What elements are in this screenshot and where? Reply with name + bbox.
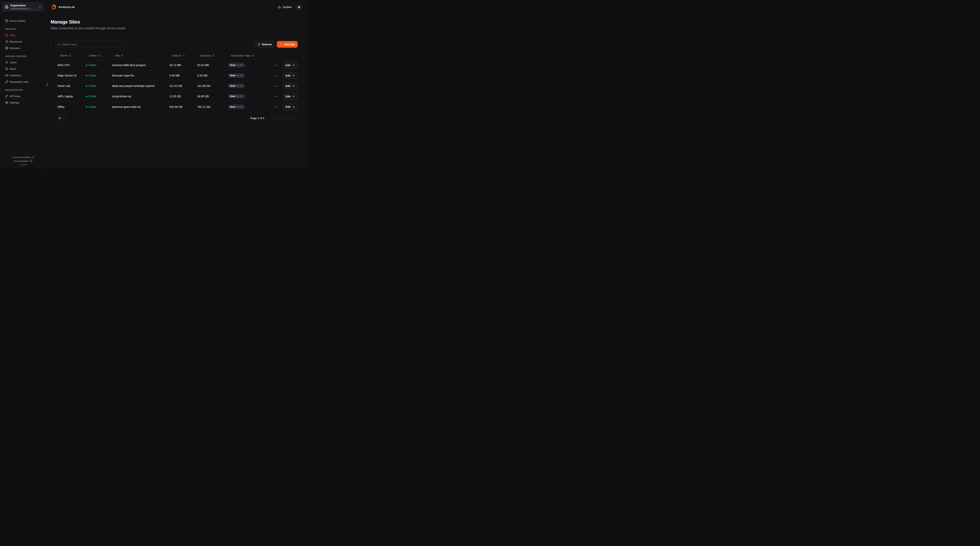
online-status: Online [89, 105, 96, 109]
sidebar-item-sites[interactable]: Sites [3, 32, 43, 38]
org-switcher-title: Organization [10, 4, 37, 7]
connection-type-badge: Newtv1.3.2 [228, 94, 245, 99]
add-site-button[interactable]: Add Site [277, 41, 298, 48]
globe-icon [5, 46, 8, 49]
sidebar-item-users[interactable]: Users [3, 59, 43, 65]
site-name: AWS VPC [56, 64, 84, 67]
pagination-status: Page 1 of 1 [250, 117, 264, 120]
row-menu-button[interactable]: ⋯ [274, 94, 279, 99]
org-switcher[interactable]: Organization milo@fossorial.io's ... [3, 3, 43, 11]
column-header-online[interactable]: Online [84, 54, 110, 57]
connection-type-badge: Newtv1.3.2 [228, 83, 245, 88]
sidebar-footer: Community Edition Documentation v1.7.0 [0, 153, 46, 169]
connection-type-badge: Newtv1.3.2 [228, 105, 245, 109]
arrow-up-down-icon [183, 54, 185, 57]
chevron-right-icon [286, 117, 289, 120]
page-subtitle: Allow connectivity to your network throu… [51, 27, 302, 30]
arrow-up-down-icon [98, 54, 100, 57]
site-slug: welcome-giant-mole-rat [110, 105, 167, 109]
chevrons-up-down-icon [38, 5, 41, 8]
sidebar-item-server-admin[interactable]: Server Admin [3, 18, 43, 24]
table-row: Edge Device 01 Online fortunate-cape-fox… [56, 70, 298, 81]
sidebar-item-settings[interactable]: Settings [3, 100, 43, 105]
sidebar-item-label: Sites [10, 34, 16, 37]
server-icon [5, 19, 8, 22]
sidebar-item-invitations[interactable]: Invitations [3, 72, 43, 78]
data-out: 141.68 GB [195, 84, 226, 88]
table-row: Office Online welcome-giant-mole-rat 534… [56, 102, 298, 112]
sidebar-resize-handle[interactable] [47, 83, 48, 86]
topbar: PANGOLIN System M [46, 0, 307, 14]
row-menu-button[interactable]: ⋯ [274, 84, 279, 88]
online-status: Online [89, 74, 96, 77]
plus-icon [280, 43, 282, 46]
arrow-right-icon [292, 95, 295, 98]
column-header-name[interactable]: Name [56, 54, 84, 57]
edit-button[interactable]: Edit [283, 62, 298, 69]
avatar-initial: M [298, 6, 300, 9]
users-icon [5, 67, 8, 70]
sidebar-item-api-keys[interactable]: API Keys [3, 93, 43, 99]
arrow-up-down-icon [212, 54, 215, 57]
page-size-select[interactable]: 20 [56, 115, 68, 121]
online-status-dot [86, 85, 87, 87]
last-page-button[interactable] [292, 115, 298, 121]
column-header-data-in[interactable]: Data In [167, 54, 195, 57]
sidebar-item-label: Invitations [10, 74, 22, 77]
first-page-button[interactable] [270, 115, 276, 121]
data-in: 5.00 MB [167, 74, 195, 77]
chevron-left-icon [279, 117, 282, 120]
refresh-button[interactable]: Refresh [255, 41, 275, 48]
theme-toggle[interactable]: System [278, 5, 292, 9]
sidebar-nav: Server Admin GENERAL Sites Resources Dom [0, 12, 46, 153]
arrow-right-icon [292, 74, 295, 77]
sites-table: Name Online Site Data In [56, 51, 298, 112]
sidebar-item-label: Domains [10, 47, 20, 49]
refresh-icon [258, 43, 260, 46]
prev-page-button[interactable] [277, 115, 283, 121]
column-header-data-out[interactable]: Data Out [195, 54, 226, 57]
site-slug: smug-brown-rat [110, 95, 167, 98]
column-header-connection-type[interactable]: Connection Type [226, 54, 270, 57]
row-menu-button[interactable]: ⋯ [274, 73, 279, 78]
sidebar-item-label: Roles [10, 67, 16, 70]
book-open-icon [30, 160, 32, 162]
site-name: Jeff's Laptop [56, 95, 84, 98]
row-menu-button[interactable]: ⋯ [274, 63, 279, 67]
data-in: 12.65 GB [167, 95, 195, 98]
data-out: 34.80 GB [195, 95, 226, 98]
table-row: Home Lab Online dead-san-joaquin-antelop… [56, 81, 298, 91]
edit-button[interactable]: Edit [283, 72, 298, 79]
online-status-dot [86, 106, 87, 107]
sidebar-item-domains[interactable]: Domains [3, 45, 43, 51]
key-icon [5, 94, 8, 98]
edit-button[interactable]: Edit [283, 104, 298, 110]
section-label-general: GENERAL [5, 28, 43, 30]
brand-logo[interactable]: PANGOLIN [51, 4, 75, 10]
edit-button[interactable]: Edit [283, 93, 298, 100]
community-edition-link[interactable]: Community Edition [2, 156, 44, 158]
online-status-dot [86, 64, 87, 66]
table-header-row: Name Online Site Data In [56, 51, 298, 60]
online-status-dot [86, 96, 87, 97]
data-out: 780.12 GB [195, 105, 226, 109]
sidebar-item-label: Settings [10, 101, 19, 104]
documentation-link[interactable]: Documentation [2, 160, 44, 162]
pangolin-swirl-icon [51, 4, 57, 10]
page-title: Manage Sites [51, 19, 302, 25]
row-menu-button[interactable]: ⋯ [274, 105, 279, 109]
ticket-check-icon [5, 74, 8, 77]
table-row: Jeff's Laptop Online smug-brown-rat 12.6… [56, 91, 298, 102]
online-status-dot [86, 75, 87, 76]
column-header-site[interactable]: Site [110, 54, 167, 57]
avatar[interactable]: M [296, 4, 302, 10]
sidebar-item-resources[interactable]: Resources [3, 38, 43, 45]
main-area: PANGOLIN System M Manage Sites Allow con… [46, 0, 307, 169]
arrow-up-down-icon [252, 54, 255, 57]
next-page-button[interactable] [285, 115, 291, 121]
sidebar-item-shareable-links[interactable]: Shareable Links [3, 79, 43, 85]
sidebar-item-roles[interactable]: Roles [3, 66, 43, 72]
edit-button[interactable]: Edit [283, 83, 298, 89]
search-input[interactable] [62, 43, 123, 46]
arrow-right-icon [292, 105, 295, 108]
